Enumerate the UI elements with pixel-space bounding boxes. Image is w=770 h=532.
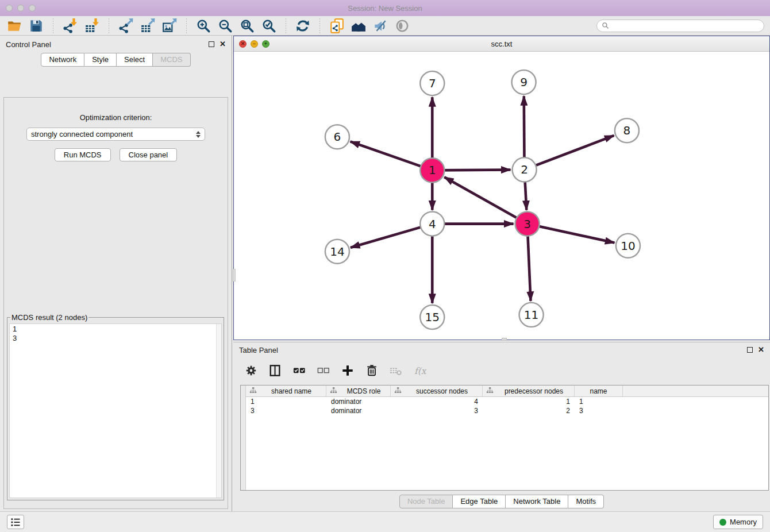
open-file-button[interactable] [6,17,23,34]
import-table-button[interactable] [83,17,101,34]
tab-network-table[interactable]: Network Table [506,495,568,508]
clone-network-icon [329,18,344,33]
hide-annotations-button[interactable] [372,17,389,34]
table-cell[interactable]: 4 [391,397,483,406]
graph-node-label: 8 [623,124,631,137]
delete-table-icon [390,364,402,377]
table-cell[interactable]: dominator [326,397,391,406]
graph-node-11[interactable]: 11 [519,303,544,327]
add-column-icon [341,364,354,377]
table-panel-title: Table Panel [239,346,278,354]
close-panel-icon[interactable]: ✕ [220,41,226,47]
table-cell[interactable]: 1 [575,397,623,406]
table-cell[interactable]: 1 [483,397,575,406]
graph-node-10[interactable]: 10 [616,234,640,258]
memory-button[interactable]: Memory [713,515,763,529]
table-row[interactable]: 1dominator411 [246,397,768,406]
run-mcds-button[interactable]: Run MCDS [55,148,111,161]
toolbar-separator [186,18,187,33]
tab-style[interactable]: Style [84,53,117,67]
float-window-icon[interactable] [209,41,214,47]
zoom-selected-button[interactable] [260,17,278,34]
graph-edge-3-1[interactable] [444,177,527,223]
table-cell[interactable]: 2 [483,406,575,415]
graph-node-1[interactable]: 1 [420,158,444,182]
export-image-button[interactable] [161,17,178,34]
show-hide-graphics-icon [395,18,410,33]
graph-node-7[interactable]: 7 [420,71,444,95]
clone-network-button[interactable] [328,17,345,34]
hierarchy-icon [394,387,402,394]
graph-edge-1-6[interactable] [351,141,433,170]
toolbar-separator [286,18,286,33]
zoom-fit-button[interactable] [238,17,256,34]
graph-node-14[interactable]: 14 [325,240,349,264]
network-canvas[interactable]: 7968124314101511 [234,52,769,340]
right-side: ✕ − + scc.txt 7968124314101511 Table Pan… [232,36,770,511]
vertical-splitter-handle[interactable] [233,269,236,282]
tab-node-table[interactable]: Node Table [399,495,453,508]
graph-node-8[interactable]: 8 [615,118,639,142]
column-selector-button[interactable] [268,363,283,378]
table-cell[interactable]: 3 [391,406,483,415]
zoom-in-icon [196,18,211,33]
search-input[interactable] [612,22,759,30]
export-network-button[interactable] [117,17,134,34]
column-header-shared-name[interactable]: shared name [246,385,326,396]
graph-node-label: 9 [520,75,528,89]
mcds-result-text[interactable]: 13 [10,324,216,498]
tab-select[interactable]: Select [117,53,153,67]
graph-node-4[interactable]: 4 [420,212,444,236]
home-button[interactable] [350,17,367,34]
table-row[interactable]: 3dominator323 [246,406,768,415]
graph-edge-3-10[interactable] [528,224,615,243]
import-network-button[interactable] [61,17,79,34]
tab-mcds[interactable]: MCDS [153,53,190,67]
save-session-button[interactable] [28,17,45,34]
table-cell[interactable]: dominator [326,406,391,415]
table-cell[interactable]: 3 [246,406,326,415]
graph-node-6[interactable]: 6 [325,125,349,149]
graph-node-9[interactable]: 9 [512,70,536,94]
titlebar: Session: New Session [0,0,770,16]
control-panel-header: Control Panel ✕ [0,36,232,53]
zoom-out-button[interactable] [217,17,234,34]
zoom-out-icon [218,18,233,33]
select-all-checkboxes-button[interactable] [292,363,307,378]
column-header-successor-nodes[interactable]: successor nodes [391,385,483,396]
tab-network[interactable]: Network [41,53,84,67]
float-window-icon[interactable] [747,347,753,353]
memory-status-icon [719,519,726,526]
graph-node-label: 14 [330,245,344,259]
graph-edge-2-8[interactable] [525,136,614,170]
export-table-button[interactable] [139,17,156,34]
graph-node-15[interactable]: 15 [420,305,444,329]
add-column-button[interactable] [340,363,355,378]
function-builder-button: f(x) [413,363,428,378]
deselect-all-checkboxes-button[interactable] [316,363,331,378]
graph-node-2[interactable]: 2 [513,157,537,182]
status-bar: Memory [0,511,770,532]
column-header-predecessor-nodes[interactable]: predecessor nodes [483,385,575,396]
graph-node-3[interactable]: 3 [515,212,540,236]
tab-motifs[interactable]: Motifs [568,495,604,508]
table-cell[interactable]: 1 [246,397,326,406]
import-network-icon [63,18,78,33]
zoom-in-button[interactable] [195,17,212,34]
network-view-window: ✕ − + scc.txt 7968124314101511 [233,36,770,340]
refresh-button[interactable] [294,17,311,34]
close-panel-button[interactable]: Close panel [120,148,178,161]
optimization-criterion-dropdown[interactable]: strongly connected component [26,128,205,141]
result-scrollbar[interactable] [216,324,221,498]
delete-columns-button[interactable] [364,363,379,378]
tab-edge-table[interactable]: Edge Table [453,495,506,508]
settings-gear-button[interactable] [244,363,259,378]
column-header-name[interactable]: name [575,385,623,396]
splitter-handle[interactable] [502,338,507,341]
task-history-button[interactable] [7,515,24,529]
show-hide-graphics-button[interactable] [394,17,411,34]
close-panel-icon[interactable]: ✕ [758,347,764,353]
search-icon [602,22,609,29]
column-header-mcds-role[interactable]: MCDS role [326,385,391,396]
table-cell[interactable]: 3 [575,406,623,415]
